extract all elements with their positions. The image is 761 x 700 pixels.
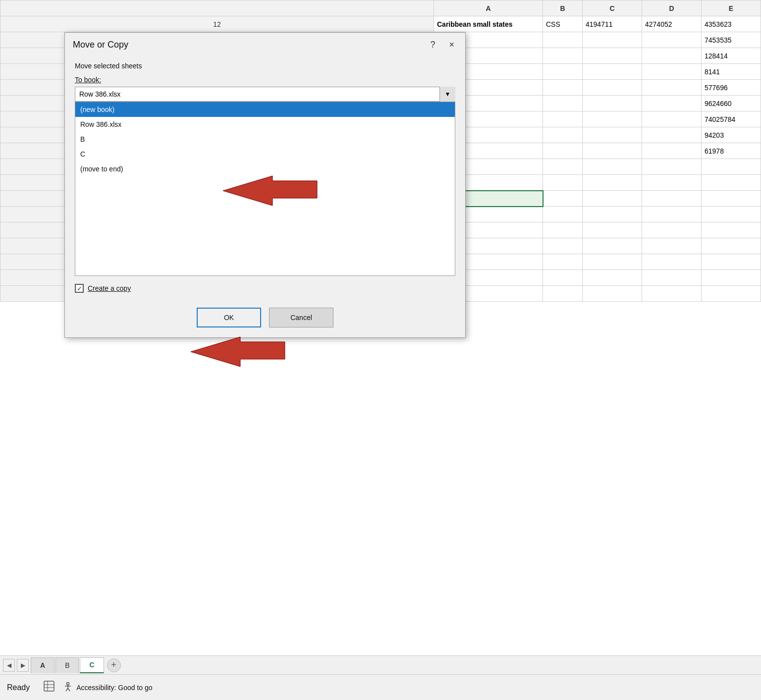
cell-c-14[interactable] xyxy=(583,48,642,64)
sheet-listbox[interactable]: (new book)Row 386.xlsxBC(move to end) xyxy=(75,102,455,276)
cell-c-16[interactable] xyxy=(583,80,642,96)
cell-d-28[interactable] xyxy=(642,270,702,286)
cell-c-18[interactable] xyxy=(583,111,642,127)
cell-c-12[interactable]: 4194711 xyxy=(583,16,642,32)
listbox-item-2[interactable]: B xyxy=(75,132,455,147)
combo-dropdown-arrow[interactable]: ▼ xyxy=(439,87,455,102)
cell-d-19[interactable] xyxy=(642,127,702,143)
listbox-item-3[interactable]: C xyxy=(75,147,455,162)
cell-e-23[interactable] xyxy=(702,191,761,207)
dialog-buttons: OK Cancel xyxy=(75,305,455,327)
cell-b-25[interactable] xyxy=(543,222,583,238)
cell-b-27[interactable] xyxy=(543,254,583,270)
cell-b-28[interactable] xyxy=(543,270,583,286)
cell-c-26[interactable] xyxy=(583,238,642,254)
cell-e-13[interactable]: 7453535 xyxy=(702,32,761,48)
tab-nav-next[interactable]: ▶ xyxy=(17,659,29,672)
dialog-help-button[interactable]: ? xyxy=(427,39,438,51)
cell-e-26[interactable] xyxy=(702,238,761,254)
cell-e-22[interactable] xyxy=(702,175,761,191)
cell-c-22[interactable] xyxy=(583,175,642,191)
cell-d-29[interactable] xyxy=(642,286,702,302)
cell-d-14[interactable] xyxy=(642,48,702,64)
to-book-combo[interactable]: ▼ xyxy=(75,87,455,102)
tab-nav-prev[interactable]: ◀ xyxy=(3,659,15,672)
cell-c-27[interactable] xyxy=(583,254,642,270)
accessibility-icon xyxy=(62,681,73,694)
cell-d-18[interactable] xyxy=(642,111,702,127)
add-sheet-button[interactable]: + xyxy=(107,658,121,672)
cell-d-15[interactable] xyxy=(642,64,702,80)
sheet-tab-a[interactable]: A xyxy=(31,657,54,673)
cell-e-19[interactable]: 94203 xyxy=(702,127,761,143)
cell-b-19[interactable] xyxy=(543,127,583,143)
cell-a-12[interactable]: Caribbean small states xyxy=(434,16,543,32)
cell-e-16[interactable]: 577696 xyxy=(702,80,761,96)
cell-b-20[interactable] xyxy=(543,143,583,159)
statusbar-ready: Ready xyxy=(7,683,30,692)
dialog-close-button[interactable]: × xyxy=(446,39,457,51)
cell-b-12[interactable]: CSS xyxy=(543,16,583,32)
cell-c-29[interactable] xyxy=(583,286,642,302)
cell-e-12[interactable]: 4353623 xyxy=(702,16,761,32)
listbox-item-0[interactable]: (new book) xyxy=(75,102,455,117)
cell-b-29[interactable] xyxy=(543,286,583,302)
cell-c-19[interactable] xyxy=(583,127,642,143)
cell-e-21[interactable] xyxy=(702,159,761,175)
listbox-item-1[interactable]: Row 386.xlsx xyxy=(75,117,455,132)
cell-c-28[interactable] xyxy=(583,270,642,286)
cell-d-25[interactable] xyxy=(642,222,702,238)
cell-b-21[interactable] xyxy=(543,159,583,175)
cell-c-15[interactable] xyxy=(583,64,642,80)
cell-b-23[interactable] xyxy=(543,191,583,207)
ok-button[interactable]: OK xyxy=(197,308,261,327)
cell-c-25[interactable] xyxy=(583,222,642,238)
cell-c-20[interactable] xyxy=(583,143,642,159)
cell-d-12[interactable]: 4274052 xyxy=(642,16,702,32)
cell-c-13[interactable] xyxy=(583,32,642,48)
cell-e-25[interactable] xyxy=(702,222,761,238)
cell-b-16[interactable] xyxy=(543,80,583,96)
listbox-item-4[interactable]: (move to end) xyxy=(75,162,455,176)
cell-b-13[interactable] xyxy=(543,32,583,48)
cell-c-24[interactable] xyxy=(583,207,642,222)
sheet-tab-b[interactable]: B xyxy=(55,657,79,673)
cell-b-26[interactable] xyxy=(543,238,583,254)
sheet-tab-c[interactable]: C xyxy=(80,657,104,673)
cell-b-17[interactable] xyxy=(543,96,583,111)
cell-e-24[interactable] xyxy=(702,207,761,222)
cell-d-27[interactable] xyxy=(642,254,702,270)
cell-b-22[interactable] xyxy=(543,175,583,191)
cell-e-20[interactable]: 61978 xyxy=(702,143,761,159)
cell-c-21[interactable] xyxy=(583,159,642,175)
cell-d-13[interactable] xyxy=(642,32,702,48)
sheet-tabs-bar: ◀ ▶ A B C + xyxy=(0,655,761,674)
cancel-button[interactable]: Cancel xyxy=(269,308,333,327)
cell-d-24[interactable] xyxy=(642,207,702,222)
cell-b-14[interactable] xyxy=(543,48,583,64)
svg-rect-3 xyxy=(44,681,54,691)
cell-d-22[interactable] xyxy=(642,175,702,191)
to-book-input[interactable] xyxy=(75,87,455,102)
cell-d-20[interactable] xyxy=(642,143,702,159)
cell-b-24[interactable] xyxy=(543,207,583,222)
cell-b-18[interactable] xyxy=(543,111,583,127)
cell-d-16[interactable] xyxy=(642,80,702,96)
cell-e-15[interactable]: 8141 xyxy=(702,64,761,80)
cell-d-21[interactable] xyxy=(642,159,702,175)
cell-d-17[interactable] xyxy=(642,96,702,111)
cell-e-29[interactable] xyxy=(702,286,761,302)
cell-e-27[interactable] xyxy=(702,254,761,270)
cell-e-14[interactable]: 128414 xyxy=(702,48,761,64)
cell-e-28[interactable] xyxy=(702,270,761,286)
cell-b-15[interactable] xyxy=(543,64,583,80)
cell-e-17[interactable]: 9624660 xyxy=(702,96,761,111)
cell-c-23[interactable] xyxy=(583,191,642,207)
create-copy-checkbox[interactable]: ✓ xyxy=(75,284,84,293)
header-col-d: D xyxy=(642,0,702,16)
dialog-body: Move selected sheets To book: ▼ (new boo… xyxy=(65,57,465,337)
cell-d-26[interactable] xyxy=(642,238,702,254)
cell-e-18[interactable]: 74025784 xyxy=(702,111,761,127)
cell-d-23[interactable] xyxy=(642,191,702,207)
cell-c-17[interactable] xyxy=(583,96,642,111)
